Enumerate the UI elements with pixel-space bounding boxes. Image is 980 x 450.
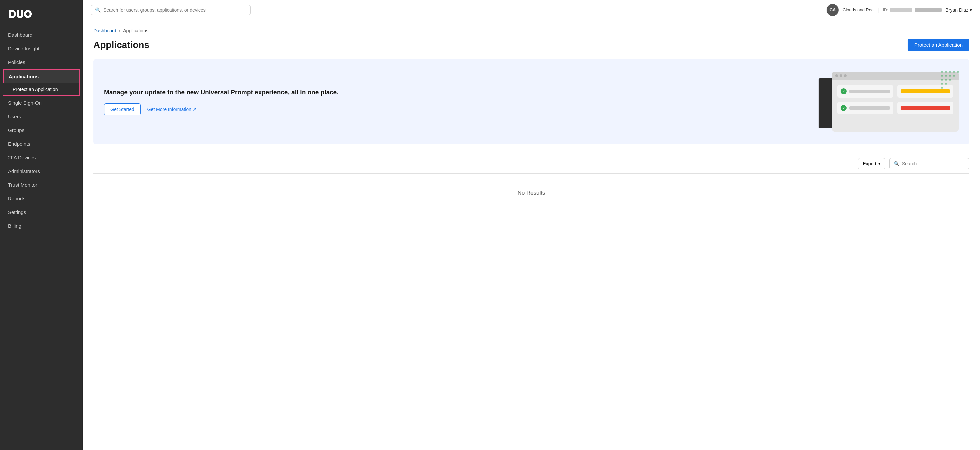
breadcrumb-dashboard[interactable]: Dashboard — [93, 28, 116, 33]
svg-point-45 — [941, 87, 943, 89]
sidebar-item-groups[interactable]: Groups — [0, 123, 83, 137]
search-icon-table: 🔍 — [894, 161, 899, 166]
universal-prompt-banner: Manage your update to the new Universal … — [93, 59, 969, 144]
sidebar-item-2fa-devices[interactable]: 2FA Devices — [0, 151, 83, 164]
sidebar-item-device-insight[interactable]: Device Insight — [0, 42, 83, 55]
svg-point-34 — [953, 71, 955, 73]
svg-point-32 — [945, 71, 947, 73]
illus-bar-gray-1 — [849, 90, 890, 93]
divider: | — [878, 7, 879, 13]
sidebar-nav: Dashboard Device Insight Policies Applic… — [0, 28, 83, 450]
chevron-down-icon: ▾ — [970, 7, 972, 13]
illus-dot-1 — [835, 74, 838, 77]
svg-point-37 — [945, 75, 947, 77]
no-results-message: No Results — [93, 177, 969, 210]
duo-logo — [8, 8, 32, 20]
svg-point-31 — [941, 71, 943, 73]
svg-point-41 — [945, 79, 947, 81]
banner-text: Manage your update to the new Universal … — [104, 88, 808, 116]
sidebar-item-users[interactable]: Users — [0, 110, 83, 123]
illus-check-2: ✓ — [841, 105, 846, 111]
global-search-input[interactable] — [103, 7, 247, 13]
export-button[interactable]: Export — [858, 158, 885, 169]
avatar: CA — [827, 4, 838, 16]
sidebar-item-dashboard[interactable]: Dashboard — [0, 28, 83, 42]
sidebar-item-endpoints[interactable]: Endpoints — [0, 137, 83, 151]
svg-point-42 — [949, 79, 951, 81]
logo — [0, 0, 83, 28]
topbar: 🔍 CA Clouds and Rec | ID: •••• •••••••• … — [83, 0, 980, 20]
sidebar-item-reports[interactable]: Reports — [0, 192, 83, 205]
svg-point-39 — [953, 75, 955, 77]
illus-card-3: ✓ — [837, 102, 893, 114]
page-title: Applications — [93, 40, 150, 50]
svg-point-40 — [941, 79, 943, 81]
sidebar-item-policies[interactable]: Policies — [0, 55, 83, 69]
sidebar-item-sso[interactable]: Single Sign-On — [0, 96, 83, 110]
svg-point-38 — [949, 75, 951, 77]
breadcrumb-separator: › — [119, 28, 121, 33]
illus-card-1: ✓ — [837, 85, 893, 98]
page-header: Applications Protect an Application — [93, 39, 969, 51]
illus-bar-gray-2 — [849, 107, 890, 110]
org-name: Clouds and Rec — [843, 7, 873, 12]
breadcrumb: Dashboard › Applications — [93, 28, 969, 33]
illus-check-1: ✓ — [841, 88, 846, 94]
sidebar-item-protect-application[interactable]: Protect an Application — [3, 83, 80, 95]
banner-actions: Get Started Get More Information ↗ — [104, 103, 808, 115]
table-search-box[interactable]: 🔍 — [889, 158, 969, 169]
illus-card-4 — [897, 102, 953, 114]
illus-dot-3 — [844, 74, 846, 77]
banner-title: Manage your update to the new Universal … — [104, 88, 808, 97]
banner-illustration: ✓ ✓ — [819, 68, 959, 135]
sidebar-item-billing[interactable]: Billing — [0, 219, 83, 233]
svg-point-43 — [941, 83, 943, 85]
svg-point-44 — [945, 83, 947, 85]
topbar-right: CA Clouds and Rec | ID: •••• •••••••• Br… — [827, 4, 972, 16]
table-toolbar: Export 🔍 — [93, 154, 969, 174]
global-search-box[interactable]: 🔍 — [91, 5, 251, 15]
illus-dot-2 — [840, 74, 842, 77]
protect-application-button[interactable]: Protect an Application — [908, 39, 969, 51]
get-more-info-link[interactable]: Get More Information ↗ — [147, 107, 197, 112]
external-link-icon: ↗ — [193, 107, 197, 112]
svg-point-36 — [941, 75, 943, 77]
table-search-input[interactable] — [902, 161, 965, 166]
sidebar-item-applications[interactable]: Applications — [3, 70, 80, 83]
main-content: Dashboard › Applications Applications Pr… — [83, 20, 980, 450]
svg-point-33 — [949, 71, 951, 73]
sidebar: Dashboard Device Insight Policies Applic… — [0, 0, 83, 450]
sidebar-item-settings[interactable]: Settings — [0, 205, 83, 219]
illus-bar-red — [900, 106, 950, 110]
sidebar-item-trust-monitor[interactable]: Trust Monitor — [0, 178, 83, 192]
svg-point-1 — [26, 12, 30, 16]
active-group-applications: Applications Protect an Application — [3, 69, 80, 96]
main-area: 🔍 CA Clouds and Rec | ID: •••• •••••••• … — [83, 0, 980, 450]
org-id-label: ID: •••• •••••••• — [883, 8, 942, 12]
svg-point-35 — [957, 71, 959, 73]
user-menu[interactable]: Bryan Diaz ▾ — [946, 7, 972, 13]
sidebar-item-administrators[interactable]: Administrators — [0, 164, 83, 178]
get-started-button[interactable]: Get Started — [104, 103, 141, 115]
search-icon: 🔍 — [95, 7, 101, 13]
dots-decoration-tr — [939, 68, 959, 95]
breadcrumb-current: Applications — [123, 28, 148, 33]
